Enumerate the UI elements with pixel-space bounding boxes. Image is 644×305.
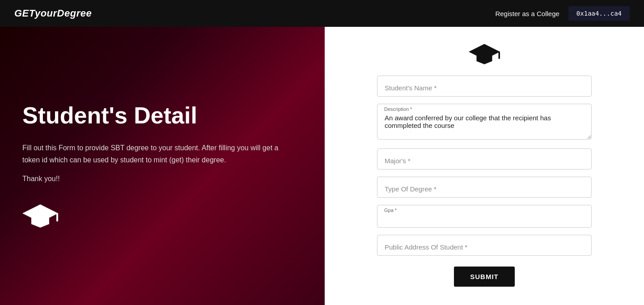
register-college-link[interactable]: Register as a College <box>495 10 559 17</box>
majors-input[interactable] <box>377 148 592 169</box>
type-of-degree-input[interactable] <box>377 177 592 198</box>
left-description: Fill out this Form to provide SBT degree… <box>22 142 282 166</box>
svg-marker-3 <box>469 44 500 59</box>
left-panel: Student's Detail Fill out this Form to p… <box>0 27 325 305</box>
student-name-field <box>377 76 592 97</box>
page-title: Student's Detail <box>22 102 302 129</box>
submit-button[interactable]: SUBMIT <box>454 267 515 287</box>
public-address-field <box>377 235 592 256</box>
description-label: Description * <box>384 106 412 112</box>
gpa-input[interactable]: 0 <box>377 205 592 228</box>
svg-marker-0 <box>22 204 58 222</box>
majors-field <box>377 148 592 169</box>
right-panel: Description * An award conferred by our … <box>325 27 644 305</box>
svg-rect-2 <box>56 213 58 221</box>
wallet-button[interactable]: 0x1aa4...ca4 <box>568 6 630 21</box>
header-right: Register as a College 0x1aa4...ca4 <box>495 6 630 21</box>
gpa-field: Gpa * 0 <box>377 205 592 228</box>
public-address-input[interactable] <box>377 235 592 256</box>
header: GETyourDegree Register as a College 0x1a… <box>0 0 644 27</box>
logo: GETyourDegree <box>14 8 92 19</box>
form-container: Description * An award conferred by our … <box>377 76 592 287</box>
graduation-cap-icon-left <box>22 201 302 229</box>
main-content: Student's Detail Fill out this Form to p… <box>0 27 644 305</box>
svg-rect-5 <box>499 52 500 59</box>
student-name-input[interactable] <box>377 76 592 97</box>
type-of-degree-field <box>377 177 592 198</box>
description-field: Description * An award conferred by our … <box>377 104 592 141</box>
gpa-label: Gpa * <box>384 208 397 213</box>
left-thanks: Thank you!! <box>22 175 302 183</box>
graduation-cap-icon-top <box>469 40 500 67</box>
